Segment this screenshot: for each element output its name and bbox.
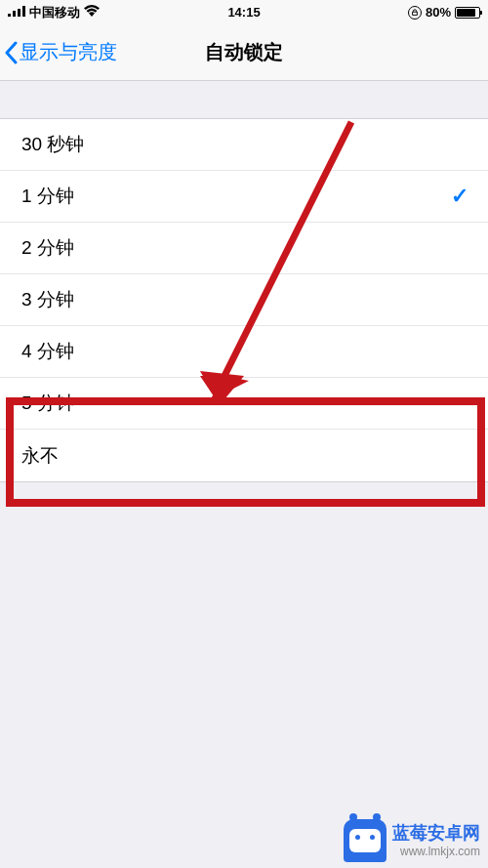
back-label: 显示与亮度 <box>20 39 117 65</box>
svg-rect-2 <box>18 9 20 17</box>
option-label: 5 分钟 <box>21 391 74 416</box>
nav-bar: 显示与亮度 自动锁定 <box>0 24 488 81</box>
mascot-icon <box>344 819 386 862</box>
option-30sec[interactable]: 30 秒钟 <box>0 119 488 171</box>
orientation-lock-icon <box>408 6 422 20</box>
svg-rect-3 <box>22 6 25 17</box>
svg-rect-1 <box>13 11 16 17</box>
header-spacer <box>0 81 488 118</box>
option-label: 1 分钟 <box>21 184 74 209</box>
option-never[interactable]: 永不 <box>0 430 488 481</box>
watermark-title: 蓝莓安卓网 <box>392 823 480 845</box>
battery-percent: 80% <box>426 5 451 20</box>
option-2min[interactable]: 2 分钟 <box>0 223 488 274</box>
wifi-icon <box>84 5 100 20</box>
option-5min[interactable]: 5 分钟 <box>0 378 488 430</box>
page-title: 自动锁定 <box>205 39 283 65</box>
option-1min[interactable]: 1 分钟 ✓ <box>0 171 488 223</box>
back-button[interactable]: 显示与亮度 <box>0 39 117 65</box>
watermark: 蓝莓安卓网 www.lmkjx.com <box>336 813 488 868</box>
option-label: 永不 <box>21 443 59 469</box>
option-label: 30 秒钟 <box>21 132 84 157</box>
option-4min[interactable]: 4 分钟 <box>0 326 488 378</box>
option-label: 4 分钟 <box>21 339 74 364</box>
option-3min[interactable]: 3 分钟 <box>0 274 488 326</box>
signal-icon <box>8 6 25 19</box>
status-time: 14:15 <box>227 5 260 20</box>
battery-icon <box>455 7 480 19</box>
status-bar: 中国移动 14:15 80% <box>0 0 488 24</box>
option-label: 2 分钟 <box>21 235 74 261</box>
chevron-left-icon <box>4 41 18 64</box>
options-list: 30 秒钟 1 分钟 ✓ 2 分钟 3 分钟 4 分钟 5 分钟 永不 <box>0 118 488 482</box>
checkmark-icon: ✓ <box>451 184 468 209</box>
status-left: 中国移动 <box>8 4 100 21</box>
carrier-label: 中国移动 <box>29 4 80 21</box>
watermark-url: www.lmkjx.com <box>392 845 480 858</box>
option-label: 3 分钟 <box>21 287 74 312</box>
svg-rect-0 <box>8 14 11 17</box>
status-right: 80% <box>408 5 480 20</box>
